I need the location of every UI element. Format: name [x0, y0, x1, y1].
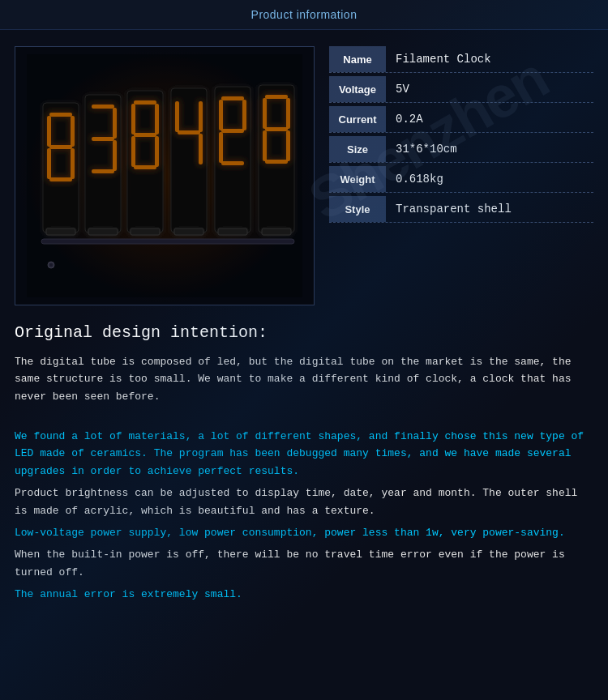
header-title: Product information [251, 8, 358, 21]
spec-label-current: Current [329, 106, 386, 132]
top-section: Name Filament Clock Voltage 5V Current 0… [15, 46, 593, 305]
paragraph-4: Low-voltage power supply, low power cons… [15, 524, 593, 541]
spec-label-style: Style [329, 196, 386, 222]
spec-value-weight: 0.618kg [386, 166, 593, 192]
paragraph-6: The annual error is extremely small. [15, 586, 593, 603]
svg-rect-49 [27, 54, 302, 297]
svg-rect-50 [41, 239, 294, 244]
paragraph-5: When the built-in power is off, there wi… [15, 546, 593, 581]
spec-label-name: Name [329, 46, 386, 72]
paragraph-3: Product brightness can be adjusted to di… [15, 484, 593, 519]
spec-row-size: Size 31*6*10cm [329, 136, 593, 163]
paragraph-1: The digital tube is composed of led, but… [15, 353, 593, 405]
svg-point-52 [49, 263, 53, 267]
spec-value-current: 0.2A [386, 106, 593, 132]
spec-value-style: Transparent shell [386, 196, 593, 222]
description-block: The digital tube is composed of led, but… [15, 353, 593, 604]
description-section: Original design intention: The digital t… [15, 323, 593, 604]
spec-value-name: Filament Clock [386, 46, 593, 72]
spec-label-size: Size [329, 136, 386, 162]
main-content: Name Filament Clock Voltage 5V Current 0… [0, 30, 608, 625]
page-header: Product information [0, 0, 608, 30]
paragraph-2: We found a lot of materials, a lot of di… [15, 428, 593, 480]
spec-row-current: Current 0.2A [329, 106, 593, 133]
spec-row-name: Name Filament Clock [329, 46, 593, 73]
specs-container: Name Filament Clock Voltage 5V Current 0… [329, 46, 593, 305]
spec-label-weight: Weight [329, 166, 386, 192]
spec-row-style: Style Transparent shell [329, 196, 593, 223]
spec-row-weight: Weight 0.618kg [329, 166, 593, 193]
clock-illustration [27, 54, 302, 297]
product-image [15, 46, 315, 305]
section-title: Original design intention: [15, 323, 593, 342]
spec-row-voltage: Voltage 5V [329, 76, 593, 103]
spec-value-voltage: 5V [386, 76, 593, 102]
spec-value-size: 31*6*10cm [386, 136, 593, 162]
spec-label-voltage: Voltage [329, 76, 386, 102]
